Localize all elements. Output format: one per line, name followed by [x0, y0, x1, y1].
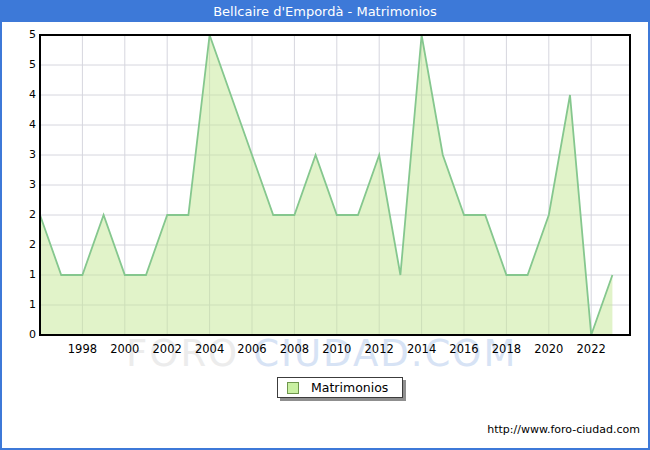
y-tick-label: 2 — [2, 237, 36, 253]
x-tick-label: 2008 — [272, 341, 316, 357]
area-chart — [28, 28, 640, 358]
y-tick-label: 2 — [2, 207, 36, 223]
y-tick-label: 3 — [2, 177, 36, 193]
x-tick-label: 2020 — [527, 341, 571, 357]
x-tick-label: 2010 — [315, 341, 359, 357]
x-tick-label: 2004 — [188, 341, 232, 357]
x-tick-label: 1998 — [60, 341, 104, 357]
y-tick-label: 5 — [2, 27, 36, 43]
x-tick-label: 2018 — [484, 341, 528, 357]
y-tick-label: 0 — [2, 327, 36, 343]
y-tick-label: 5 — [2, 57, 36, 73]
x-tick-label: 2012 — [357, 341, 401, 357]
legend: Matrimonios — [277, 377, 403, 398]
x-tick-label: 2002 — [145, 341, 189, 357]
x-tick-label: 2022 — [569, 341, 613, 357]
x-tick-label: 2016 — [442, 341, 486, 357]
y-tick-label: 4 — [2, 87, 36, 103]
chart-title: Bellcaire d'Empordà - Matrimonios — [2, 2, 648, 22]
y-tick-label: 1 — [2, 267, 36, 283]
legend-swatch-icon — [287, 382, 299, 394]
legend-label: Matrimonios — [311, 380, 388, 395]
x-tick-label: 2014 — [400, 341, 444, 357]
y-tick-label: 4 — [2, 117, 36, 133]
x-tick-label: 2006 — [230, 341, 274, 357]
y-tick-label: 1 — [2, 297, 36, 313]
footer-link[interactable]: http://www.foro-ciudad.com — [487, 423, 640, 436]
chart-window: Bellcaire d'Empordà - Matrimonios 554433… — [0, 0, 650, 450]
y-tick-label: 3 — [2, 147, 36, 163]
x-tick-label: 2000 — [103, 341, 147, 357]
